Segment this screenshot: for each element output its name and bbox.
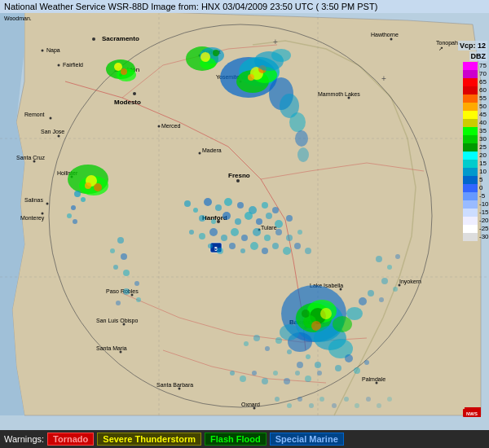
svg-point-202 — [309, 403, 314, 408]
svg-point-117 — [211, 219, 216, 224]
legend-color-swatch — [463, 209, 478, 217]
svg-point-149 — [113, 265, 118, 270]
legend-row: 0 — [463, 184, 487, 192]
legend-value-label: 75 — [478, 62, 487, 70]
radar-overlay: NWS — [0, 0, 489, 448]
svg-point-209 — [387, 397, 392, 402]
legend-color-swatch — [463, 168, 478, 176]
svg-point-144 — [294, 243, 301, 249]
svg-point-180 — [275, 337, 282, 344]
svg-point-199 — [275, 397, 280, 402]
legend-value-label: -15 — [478, 209, 489, 217]
legend-value-label: 10 — [478, 168, 487, 176]
legend-row: 30 — [463, 135, 487, 143]
legend-value-label: -10 — [478, 200, 489, 209]
map-container: National Weather Service WSR-88D Image f… — [0, 0, 489, 448]
svg-point-188 — [393, 287, 398, 292]
legend-row: 75 — [463, 62, 487, 70]
legend-row: -30 — [463, 233, 487, 241]
svg-point-208 — [377, 403, 381, 408]
legend-row: -10 — [463, 200, 487, 209]
svg-point-192 — [252, 371, 257, 376]
svg-point-174 — [354, 367, 360, 374]
warnings-label: Warnings: — [4, 434, 44, 444]
svg-point-200 — [287, 403, 292, 408]
svg-point-127 — [209, 228, 218, 236]
svg-point-148 — [121, 253, 127, 260]
thunderstorm-badge[interactable]: Severe Thunderstorm — [97, 433, 201, 446]
tornado-badge[interactable]: Tornado — [47, 433, 94, 446]
legend-row: 70 — [463, 70, 487, 78]
svg-point-133 — [275, 229, 282, 235]
svg-point-111 — [224, 198, 232, 206]
svg-point-94 — [289, 112, 306, 132]
svg-point-205 — [344, 397, 349, 402]
legend-row: 45 — [463, 111, 487, 119]
legend-value-label: 40 — [478, 119, 487, 127]
legend-color-swatch — [463, 152, 478, 160]
svg-point-81 — [200, 52, 210, 62]
svg-point-172 — [345, 354, 353, 362]
svg-point-141 — [262, 248, 268, 254]
legend-color-swatch — [463, 217, 478, 225]
legend-row: 65 — [463, 78, 487, 86]
legend-color-swatch — [463, 103, 478, 111]
svg-point-136 — [208, 244, 213, 248]
svg-point-173 — [335, 365, 341, 371]
legend-color-swatch — [463, 62, 478, 70]
legend-color-swatch — [463, 86, 478, 94]
legend-value-label: 25 — [478, 143, 487, 152]
svg-point-139 — [240, 248, 245, 253]
flashflood-badge[interactable]: Flash Flood — [205, 433, 267, 446]
legend-row: -5 — [463, 192, 487, 200]
svg-point-161 — [320, 308, 332, 319]
legend-value-label: 15 — [478, 160, 487, 168]
svg-point-189 — [379, 297, 384, 302]
svg-point-96 — [297, 147, 309, 162]
marine-badge[interactable]: Special Marine — [270, 433, 344, 446]
legend-color-swatch — [463, 192, 478, 200]
svg-point-105 — [67, 213, 72, 218]
svg-point-169 — [346, 307, 363, 320]
header-bar: National Weather Service WSR-88D Image f… — [0, 0, 489, 13]
svg-point-153 — [136, 297, 141, 302]
svg-point-190 — [230, 371, 235, 376]
svg-point-184 — [376, 256, 382, 262]
legend-value-label: -25 — [478, 225, 489, 233]
svg-point-140 — [250, 242, 258, 250]
svg-point-89 — [248, 74, 254, 81]
svg-point-126 — [199, 233, 205, 239]
legend-bar: 757065605550454035302520151050-5-10-15-2… — [463, 62, 487, 241]
svg-point-104 — [71, 205, 76, 210]
svg-point-187 — [381, 278, 388, 284]
svg-point-178 — [297, 362, 303, 368]
svg-point-131 — [253, 228, 261, 236]
svg-point-194 — [273, 371, 278, 376]
svg-point-181 — [265, 346, 270, 351]
svg-point-175 — [364, 360, 369, 365]
legend-row: 55 — [463, 94, 487, 103]
svg-point-146 — [117, 237, 124, 244]
svg-point-167 — [280, 324, 299, 340]
svg-point-109 — [204, 198, 212, 206]
svg-point-201 — [297, 397, 302, 402]
legend-row: 10 — [463, 168, 487, 176]
svg-point-106 — [73, 219, 77, 224]
svg-point-204 — [332, 403, 337, 408]
svg-point-152 — [123, 288, 130, 295]
svg-point-100 — [94, 183, 102, 191]
svg-point-112 — [237, 202, 244, 209]
legend-value-label: 5 — [478, 176, 482, 184]
svg-point-110 — [215, 204, 222, 211]
svg-point-154 — [116, 301, 121, 305]
legend: Vcp: 12 DBZ 7570656055504540353025201510… — [458, 41, 487, 241]
legend-value-label: 45 — [478, 111, 487, 119]
legend-row: 20 — [463, 152, 487, 160]
svg-point-134 — [286, 235, 293, 241]
legend-value-label: -5 — [478, 192, 485, 200]
legend-color-swatch — [463, 160, 478, 168]
svg-point-121 — [256, 218, 262, 225]
legend-row: 35 — [463, 127, 487, 135]
svg-point-207 — [366, 397, 371, 402]
svg-point-119 — [235, 218, 241, 225]
